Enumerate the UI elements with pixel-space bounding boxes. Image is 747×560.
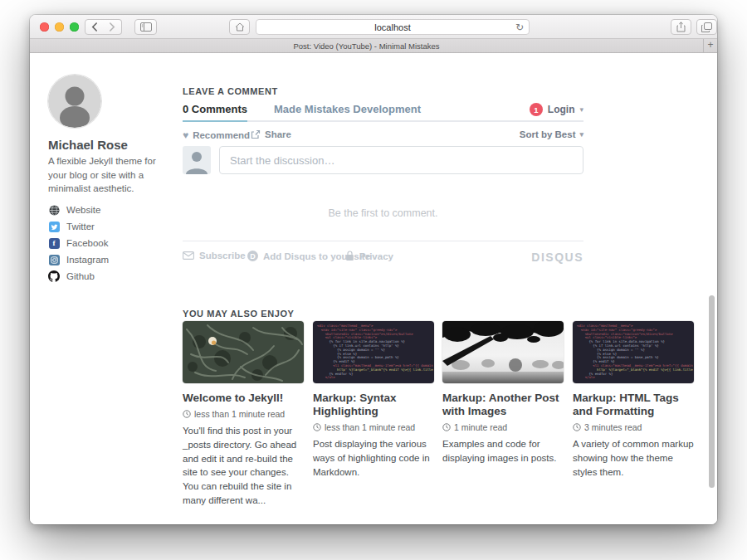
post-thumbnail-green-macro[interactable]	[183, 321, 304, 383]
sidebar-link-label: Instagram	[66, 255, 109, 265]
recommend-button[interactable]: ♥ Recommend	[183, 129, 250, 141]
post-thumbnail-foggy-trees[interactable]	[442, 321, 564, 383]
instagram-icon	[48, 254, 60, 265]
disqus-logo[interactable]: DISQUS	[531, 251, 583, 264]
post-excerpt: Post displaying the various ways of high…	[313, 437, 434, 479]
sidebar-link-label: Website	[66, 205, 100, 215]
related-post-card: Welcome to Jekyll! less than 1 minute re…	[183, 321, 304, 507]
comments-count-tab[interactable]: 0 Comments	[183, 103, 247, 122]
code-editor-image: <div class="masthead__menu"> <nav id="si…	[313, 321, 434, 383]
subscribe-link[interactable]: Subscribe	[183, 251, 246, 261]
code-editor-image: <div class="masthead__menu"> <nav id="si…	[573, 321, 694, 383]
page-scrollbar-thumb[interactable]	[709, 295, 715, 488]
privacy-label: Privacy	[359, 251, 393, 261]
post-title[interactable]: Markup: HTML Tags and Formatting	[573, 392, 694, 418]
share-icon	[676, 22, 686, 32]
notification-badge: 1	[530, 103, 543, 116]
post-excerpt: Examples and code for displaying images …	[442, 437, 564, 465]
related-post-card: Markup: Another Post with Images 1 minut…	[442, 321, 564, 465]
chevron-down-icon: ▾	[579, 130, 583, 139]
disqus-footer: Subscribe D Add Disqus to your site Priv…	[183, 251, 583, 265]
post-read-time: 1 minute read	[442, 422, 564, 432]
minimize-window-button[interactable]	[55, 22, 64, 32]
home-button[interactable]	[229, 19, 250, 35]
disqus-d-icon: D	[247, 251, 258, 261]
read-time-label: less than 1 minute read	[194, 409, 285, 419]
refresh-icon[interactable]: ↻	[515, 21, 524, 35]
login-menu[interactable]: 1 Login ▾	[530, 103, 583, 116]
twitter-icon	[48, 221, 60, 232]
tab-bar: Post: Video (YouTube) - Minimal Mistakes…	[30, 39, 717, 53]
tab-title: Post: Video (YouTube) - Minimal Mistakes	[293, 41, 439, 51]
heart-icon: ♥	[183, 129, 188, 141]
sidebar-link-github[interactable]: Github	[48, 270, 95, 282]
author-bio: A flexible Jekyll theme for your blog or…	[48, 154, 159, 196]
share-label: Share	[265, 129, 291, 139]
sidebar-link-label: Twitter	[66, 222, 95, 231]
sidebar-link-facebook[interactable]: f Facebook	[48, 237, 109, 249]
post-read-time: less than 1 minute read	[313, 422, 434, 432]
post-title[interactable]: Welcome to Jekyll!	[183, 392, 304, 405]
related-post-card: <div class="masthead__menu"> <nav id="si…	[313, 321, 434, 479]
author-avatar	[48, 75, 101, 128]
home-icon	[235, 22, 245, 32]
clock-icon	[442, 423, 451, 431]
post-title[interactable]: Markup: Another Post with Images	[442, 392, 564, 418]
post-excerpt: You'll find this post in your _posts dir…	[183, 424, 304, 507]
close-window-button[interactable]	[40, 22, 49, 32]
disqus-actions-row: ♥ Recommend Share Sort by Best ▾	[183, 129, 583, 143]
post-title[interactable]: Markup: Syntax Highlighting	[313, 392, 434, 418]
you-may-also-enjoy-heading: YOU MAY ALSO ENJOY	[183, 309, 294, 319]
disqus-tab-bar: 0 Comments Made Mistakes Development 1 L…	[183, 103, 583, 122]
chevron-down-icon: ▾	[579, 105, 583, 114]
clock-icon	[573, 423, 581, 431]
address-bar[interactable]: localhost ↻	[256, 19, 530, 35]
sidebar-link-twitter[interactable]: Twitter	[48, 221, 95, 232]
window-controls	[40, 22, 79, 32]
post-read-time: less than 1 minute read	[183, 409, 304, 419]
leave-a-comment-heading: LEAVE A COMMENT	[183, 86, 278, 96]
privacy-link[interactable]: Privacy	[345, 251, 393, 261]
chevron-right-icon	[109, 22, 115, 32]
desktop-background: localhost ↻ Post: Video (YouTube) - Mini…	[0, 0, 747, 560]
envelope-icon	[183, 251, 194, 260]
new-tab-button[interactable]: +	[703, 39, 717, 52]
share-box-icon	[251, 129, 261, 139]
zoom-window-button[interactable]	[70, 22, 79, 32]
sidebar-toggle-button[interactable]	[134, 19, 157, 35]
post-excerpt: A variety of common markup showing how t…	[573, 437, 694, 479]
github-icon	[48, 270, 60, 282]
divider	[183, 241, 583, 241]
post-read-time: 3 minutes read	[573, 422, 694, 432]
post-thumbnail-code-screenshot[interactable]: <div class="masthead__menu"> <nav id="si…	[573, 321, 694, 383]
comment-input[interactable]	[219, 146, 583, 174]
read-time-label: less than 1 minute read	[325, 422, 415, 432]
clock-icon	[313, 423, 321, 431]
sort-label: Sort by Best	[520, 129, 576, 139]
sort-by-best-dropdown[interactable]: Sort by Best ▾	[520, 129, 583, 139]
related-post-card: <div class="masthead__menu"> <nav id="si…	[573, 321, 694, 479]
globe-icon	[48, 204, 60, 216]
share-button[interactable]	[671, 19, 691, 35]
share-thread-button[interactable]: Share	[251, 129, 291, 139]
post-thumbnail-code-screenshot[interactable]: <div class="masthead__menu"> <nav id="si…	[313, 321, 434, 383]
clock-icon	[183, 410, 191, 418]
lock-icon	[345, 251, 354, 261]
active-tab[interactable]: Post: Video (YouTube) - Minimal Mistakes	[30, 39, 703, 52]
author-name: Michael Rose	[48, 138, 128, 152]
safari-window: localhost ↻ Post: Video (YouTube) - Mini…	[30, 15, 717, 524]
show-all-tabs-button[interactable]	[696, 19, 717, 35]
community-tab[interactable]: Made Mistakes Development	[274, 103, 421, 115]
back-button[interactable]	[85, 19, 104, 35]
sidebar-link-instagram[interactable]: Instagram	[48, 254, 109, 265]
read-time-label: 3 minutes read	[584, 422, 642, 432]
login-label: Login	[548, 104, 575, 115]
browser-toolbar: localhost ↻	[30, 15, 717, 39]
sidebar-link-website[interactable]: Website	[48, 204, 100, 216]
facebook-icon: f	[48, 237, 60, 249]
chevron-left-icon	[91, 22, 98, 32]
tabs-overview-icon	[701, 22, 712, 32]
read-time-label: 1 minute read	[454, 422, 507, 432]
forward-button[interactable]	[103, 19, 122, 35]
sidebar-link-label: Github	[66, 271, 95, 281]
